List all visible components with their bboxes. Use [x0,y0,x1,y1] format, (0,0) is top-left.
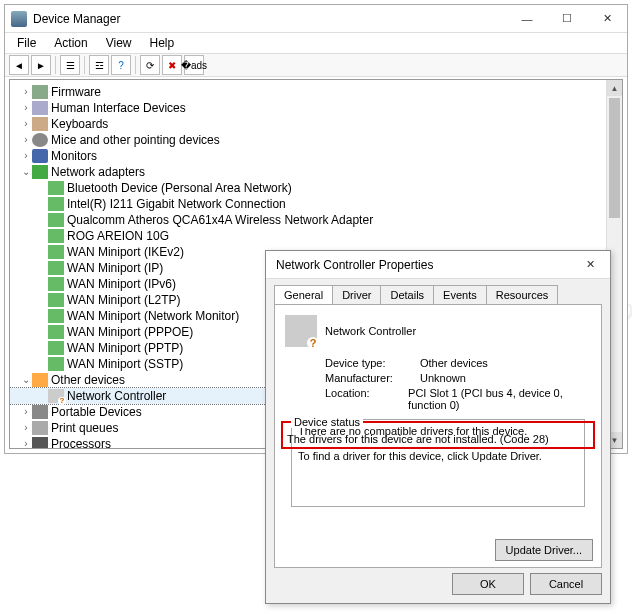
maximize-button[interactable]: ☐ [547,5,587,33]
menu-action[interactable]: Action [46,35,95,51]
uninstall-icon[interactable]: ✖ [162,55,182,75]
label-device-type: Device type: [325,357,420,369]
ok-button[interactable]: OK [452,573,524,595]
update-driver-icon[interactable]: ⟳ [140,55,160,75]
scroll-up-icon[interactable]: ▲ [607,80,622,96]
category-keyboards[interactable]: ›Keyboards [10,116,622,132]
menu-file[interactable]: File [9,35,44,51]
tab-details[interactable]: Details [380,285,434,304]
scan-hardware-icon[interactable]: �ads [184,55,204,75]
device-status-group: Device status The drivers for this devic… [281,421,595,449]
properties-icon[interactable]: ☲ [89,55,109,75]
tab-general[interactable]: General [274,285,333,304]
device-status-legend: Device status [291,416,363,428]
device-item[interactable]: ROG AREION 10G [10,228,622,244]
device-status-line1: The drivers for this device are not inst… [287,433,589,445]
category-hid[interactable]: ›Human Interface Devices [10,100,622,116]
forward-icon[interactable]: ► [31,55,51,75]
toolbar: ◄ ► ☰ ☲ ? ⟳ ✖ �ads [5,53,627,77]
cancel-button[interactable]: Cancel [530,573,602,595]
label-manufacturer: Manufacturer: [325,372,420,384]
window-title: Device Manager [33,12,507,26]
menu-help[interactable]: Help [142,35,183,51]
tab-resources[interactable]: Resources [486,285,559,304]
label-location: Location: [325,387,408,411]
show-hide-tree-icon[interactable]: ☰ [60,55,80,75]
device-name-label: Network Controller [325,325,416,337]
tab-events[interactable]: Events [433,285,487,304]
back-icon[interactable]: ◄ [9,55,29,75]
dialog-close-button[interactable]: ✕ [570,251,610,279]
menubar: File Action View Help [5,33,627,53]
value-location: PCI Slot 1 (PCI bus 4, device 0, functio… [408,387,591,411]
device-item[interactable]: Bluetooth Device (Personal Area Network) [10,180,622,196]
value-manufacturer: Unknown [420,372,466,384]
update-driver-button[interactable]: Update Driver... [495,539,593,561]
category-network-adapters[interactable]: ⌄Network adapters [10,164,622,180]
status-line3: To find a driver for this device, click … [298,449,578,464]
category-monitors[interactable]: ›Monitors [10,148,622,164]
close-button[interactable]: ✕ [587,5,627,33]
minimize-button[interactable]: — [507,5,547,33]
value-device-type: Other devices [420,357,488,369]
device-large-icon [285,315,317,347]
app-icon [11,11,27,27]
scroll-thumb[interactable] [609,98,620,218]
category-mice[interactable]: ›Mice and other pointing devices [10,132,622,148]
device-item[interactable]: Intel(R) I211 Gigabit Network Connection [10,196,622,212]
properties-dialog: Network Controller Properties ✕ General … [265,250,611,604]
menu-view[interactable]: View [98,35,140,51]
tab-panel-general: Network Controller Device type:Other dev… [274,304,602,568]
device-item[interactable]: Qualcomm Atheros QCA61x4A Wireless Netwo… [10,212,622,228]
titlebar[interactable]: Device Manager — ☐ ✕ [5,5,627,33]
category-firmware[interactable]: ›Firmware [10,84,622,100]
dialog-title: Network Controller Properties [272,258,570,272]
help-icon[interactable]: ? [111,55,131,75]
tab-driver[interactable]: Driver [332,285,381,304]
dialog-titlebar[interactable]: Network Controller Properties ✕ [266,251,610,279]
tab-strip: General Driver Details Events Resources [266,279,610,304]
